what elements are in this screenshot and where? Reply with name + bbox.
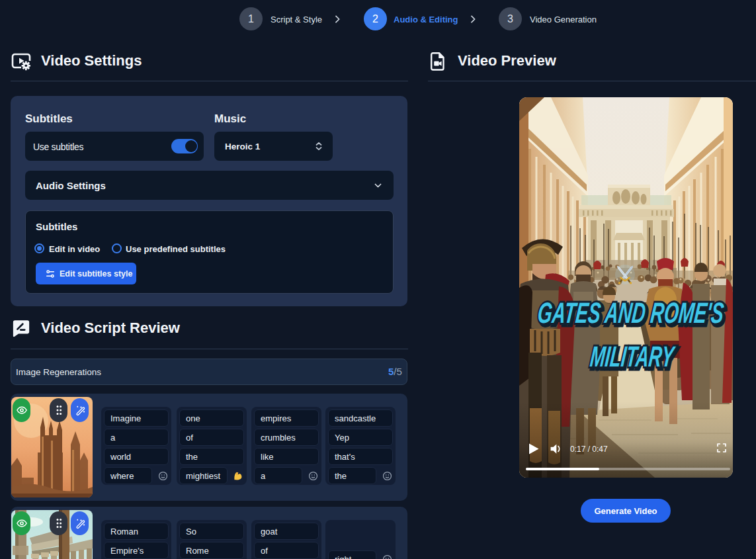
svg-text:GATES AND ROME'S: GATES AND ROME'S [536,296,726,329]
svg-text:MILITARY: MILITARY [589,340,677,372]
